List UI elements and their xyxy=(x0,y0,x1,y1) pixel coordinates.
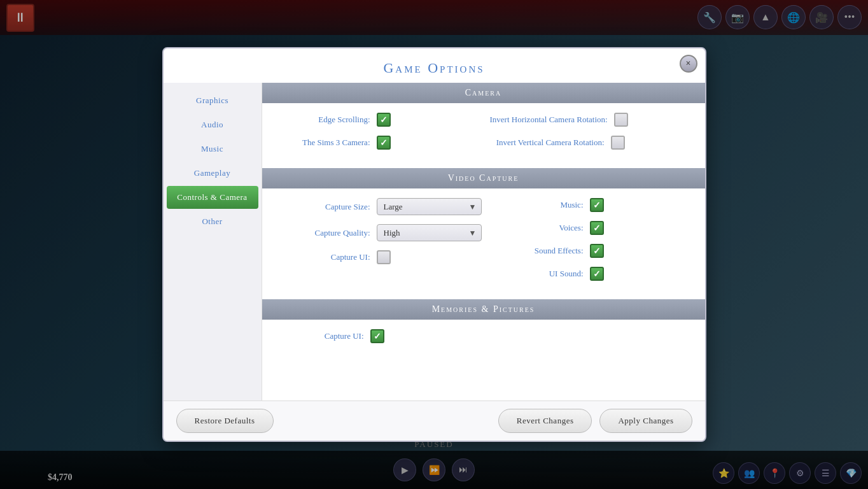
video-capture-section-header: Video Capture xyxy=(262,168,705,188)
sims3-camera-row: The Sims 3 Camera: xyxy=(281,136,477,150)
memories-capture-ui-checkbox[interactable] xyxy=(370,329,384,343)
ui-sound-label: UI Sound: xyxy=(494,269,584,279)
sound-effects-row: Sound Effects: xyxy=(494,244,686,258)
capture-size-label: Capture Size: xyxy=(281,202,370,212)
music-label: Music: xyxy=(494,200,584,210)
sound-effects-label: Sound Effects: xyxy=(494,246,584,256)
ui-sound-checkbox[interactable] xyxy=(590,267,604,281)
capture-quality-dropdown-wrapper: Low Medium High ▼ xyxy=(377,224,482,241)
edge-scrolling-row: Edge Scrolling: xyxy=(281,113,477,127)
voices-checkbox[interactable] xyxy=(590,221,604,235)
ui-sound-row: UI Sound: xyxy=(494,267,686,281)
camera-section-body: Edge Scrolling: The Sims 3 Camera: xyxy=(262,103,705,168)
game-options-modal: Game Options × Graphics Audio Music Game… xyxy=(162,47,706,442)
memories-section-header: Memories & Pictures xyxy=(262,299,705,320)
capture-size-row: Capture Size: Small Medium Large ▼ xyxy=(281,198,482,215)
camera-section-header: Camera xyxy=(262,83,705,103)
capture-size-dropdown-wrapper: Small Medium Large ▼ xyxy=(377,198,482,215)
voices-row: Voices: xyxy=(494,221,686,235)
edge-scrolling-checkbox[interactable] xyxy=(377,113,391,127)
invert-vertical-checkbox[interactable] xyxy=(611,136,625,150)
music-row: Music: xyxy=(494,198,686,212)
invert-horizontal-label: Invert Horizontal Camera Rotation: xyxy=(490,115,608,125)
capture-ui-label: Capture UI: xyxy=(281,252,370,262)
modal-title: Game Options xyxy=(383,60,484,76)
video-capture-section-body: Capture Size: Small Medium Large ▼ xyxy=(262,188,705,299)
camera-left-col: Edge Scrolling: The Sims 3 Camera: xyxy=(275,113,484,159)
music-checkbox[interactable] xyxy=(590,198,604,212)
invert-horizontal-row: Invert Horizontal Camera Rotation: xyxy=(490,113,686,127)
apply-changes-button[interactable]: Apply Changes xyxy=(599,409,692,433)
camera-content: Edge Scrolling: The Sims 3 Camera: xyxy=(275,113,692,159)
memories-capture-ui-row: Capture UI: xyxy=(275,329,692,343)
capture-size-dropdown[interactable]: Small Medium Large xyxy=(377,198,482,215)
restore-defaults-button[interactable]: Restore Defaults xyxy=(176,409,274,433)
modal-header: Game Options × xyxy=(164,48,705,83)
content-area: Camera Edge Scrolling: The Sims 3 Camera… xyxy=(262,83,705,400)
sidebar-item-audio[interactable]: Audio xyxy=(167,113,258,136)
video-left-col: Capture Size: Small Medium Large ▼ xyxy=(275,198,488,290)
sidebar-item-gameplay[interactable]: Gameplay xyxy=(167,162,258,185)
sidebar-item-other[interactable]: Other xyxy=(167,210,258,233)
memories-capture-ui-label: Capture UI: xyxy=(275,331,364,341)
capture-quality-dropdown[interactable]: Low Medium High xyxy=(377,224,482,241)
invert-vertical-label: Invert Vertical Camera Rotation: xyxy=(490,138,605,148)
modal-body: Graphics Audio Music Gameplay Controls &… xyxy=(164,83,705,400)
memories-section-body: Capture UI: xyxy=(262,320,705,362)
sidebar: Graphics Audio Music Gameplay Controls &… xyxy=(164,83,262,400)
capture-ui-row: Capture UI: xyxy=(281,250,482,264)
sims3-camera-label: The Sims 3 Camera: xyxy=(281,138,370,148)
sims3-camera-checkbox[interactable] xyxy=(377,136,391,150)
invert-horizontal-checkbox[interactable] xyxy=(614,113,628,127)
modal-footer: Restore Defaults Revert Changes Apply Ch… xyxy=(164,400,705,441)
invert-vertical-row: Invert Vertical Camera Rotation: xyxy=(490,136,686,150)
sidebar-item-graphics[interactable]: Graphics xyxy=(167,89,258,112)
edge-scrolling-label: Edge Scrolling: xyxy=(281,115,370,125)
sound-effects-checkbox[interactable] xyxy=(590,244,604,258)
modal-overlay: Game Options × Graphics Audio Music Game… xyxy=(0,0,868,489)
capture-quality-row: Capture Quality: Low Medium High ▼ xyxy=(281,224,482,241)
capture-quality-label: Capture Quality: xyxy=(281,228,370,238)
footer-right-buttons: Revert Changes Apply Changes xyxy=(498,409,692,433)
revert-changes-button[interactable]: Revert Changes xyxy=(498,409,592,433)
camera-right-col: Invert Horizontal Camera Rotation: Inver… xyxy=(484,113,692,159)
sidebar-item-controls-camera[interactable]: Controls & Camera xyxy=(167,186,258,209)
close-button[interactable]: × xyxy=(680,55,697,73)
voices-label: Voices: xyxy=(494,223,584,233)
capture-ui-checkbox[interactable] xyxy=(377,250,391,264)
sidebar-item-music[interactable]: Music xyxy=(167,138,258,160)
video-capture-content: Capture Size: Small Medium Large ▼ xyxy=(275,198,692,290)
video-right-col: Music: Voices: Sound Effects: xyxy=(488,198,692,290)
